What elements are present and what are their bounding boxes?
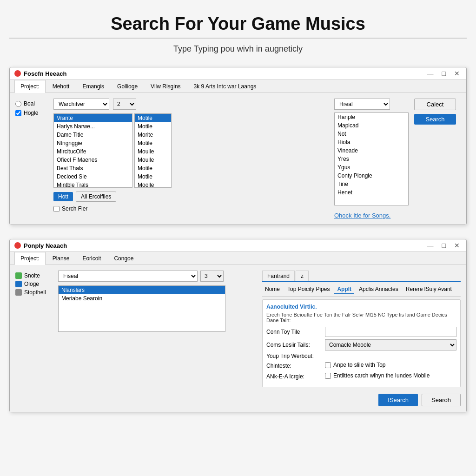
hot-button[interactable]: Hott bbox=[53, 192, 73, 201]
field2-select[interactable]: Comacle Mooole bbox=[325, 339, 456, 350]
tab-emangis[interactable]: Emangis bbox=[76, 80, 110, 93]
right-panel-content: Aanocluited Virtlic. Erech Tone Beioufte… bbox=[262, 299, 461, 387]
list-item[interactable]: Tine bbox=[335, 180, 408, 188]
radio-boal-input[interactable] bbox=[15, 101, 21, 107]
field1-input[interactable] bbox=[325, 327, 456, 337]
minimize-button[interactable]: — bbox=[425, 70, 436, 77]
check-hogle-label: Hogle bbox=[24, 110, 38, 116]
sub-tab-apclis[interactable]: Apclis Annactes bbox=[356, 285, 401, 294]
list-item[interactable]: Harlys Narwe... bbox=[54, 122, 132, 131]
list-item: Moolle bbox=[135, 181, 171, 188]
sub-tab-nome[interactable]: Nome bbox=[262, 285, 283, 294]
check2-input[interactable] bbox=[325, 373, 331, 379]
tab-arts[interactable]: 3k 9 Arts Intc war Laangs bbox=[188, 80, 263, 93]
list-item[interactable]: Hanple bbox=[335, 113, 408, 121]
window2: Ponply Neaach — □ ✕ Project: Planse Eorl… bbox=[9, 239, 467, 412]
sub-tab-poicity[interactable]: Top Poicity Pipes bbox=[284, 285, 332, 294]
page-subtitle: Type Typing pou wivh in augneticly bbox=[9, 44, 467, 54]
w2-close-button[interactable]: ✕ bbox=[452, 242, 462, 249]
close-button[interactable]: ✕ bbox=[452, 70, 462, 77]
window1-body: Boal Hogle Warchitver 2 bbox=[10, 93, 466, 225]
w2-listbox[interactable]: NlanslarsMeriabe Searoin bbox=[58, 285, 225, 332]
sidebar-stopthell: Stopthell bbox=[15, 289, 53, 296]
fiseal-dropdown[interactable]: Fiseal bbox=[58, 271, 198, 282]
list-item[interactable]: Nlanslars bbox=[59, 286, 225, 294]
warchitver-dropdown[interactable]: Warchitver bbox=[53, 99, 109, 110]
w2-tab-congoe[interactable]: Congoe bbox=[108, 252, 139, 264]
snoite-icon bbox=[15, 272, 22, 279]
tab-vilw[interactable]: Vilw Risgins bbox=[145, 80, 186, 93]
field2-label: Coms Lesiir Tails: bbox=[266, 342, 322, 348]
ankea-label: ANk-E-A Icrgle: bbox=[266, 373, 322, 380]
list-item[interactable]: Henet bbox=[335, 188, 408, 197]
w2-tab-eorlcoit[interactable]: Eorlcoit bbox=[76, 252, 107, 264]
list-item[interactable]: Vrante bbox=[54, 114, 132, 122]
num-select[interactable]: 2 bbox=[113, 99, 136, 110]
list-item[interactable]: MircitucOlfe bbox=[54, 147, 132, 156]
list-item[interactable]: Decloed Sle bbox=[54, 172, 132, 181]
search-filter-label: Serch Fier bbox=[62, 205, 87, 212]
w2-tab-planse[interactable]: Planse bbox=[46, 252, 76, 264]
w2-maximize-button[interactable]: □ bbox=[440, 242, 448, 249]
search2-button[interactable]: Searoh bbox=[422, 394, 461, 406]
sub-tab-rerere[interactable]: Rerere lSuiy Avant bbox=[403, 285, 455, 294]
tab-mehott[interactable]: Mehott bbox=[46, 80, 76, 93]
list-item[interactable]: Conty Plongle bbox=[335, 172, 408, 180]
search-filter-checkbox[interactable] bbox=[53, 206, 60, 212]
isearch-button[interactable]: ISearch bbox=[378, 394, 418, 406]
page-title: Search For Your Game Musics bbox=[9, 9, 467, 39]
list-item: Moulle bbox=[135, 156, 171, 164]
tab-project[interactable]: Project: bbox=[14, 80, 46, 93]
window1-right: Hreal HanpleMapicadNotHiolaVineadeYresYg… bbox=[334, 99, 409, 219]
w2-num-select[interactable]: 3 bbox=[200, 271, 224, 282]
w2-minimize-button[interactable]: — bbox=[425, 242, 436, 249]
list-item[interactable]: Not bbox=[335, 130, 408, 138]
window2-sidebar: Snoite Ologe Stopthell bbox=[15, 271, 53, 406]
tab-gollioge[interactable]: Gollioge bbox=[111, 80, 144, 93]
list-item[interactable]: Hiola bbox=[335, 138, 408, 146]
list-item[interactable]: Ofiecl F Maenes bbox=[54, 156, 132, 164]
window1-icon bbox=[14, 70, 21, 77]
sub-tab-z[interactable]: z bbox=[296, 271, 309, 281]
list-item[interactable]: Ygus bbox=[335, 163, 408, 172]
list-item: Motile bbox=[135, 164, 171, 172]
list-item[interactable]: Ntngnggie bbox=[54, 139, 132, 147]
sub-tab-applt[interactable]: Applt bbox=[334, 285, 354, 294]
list-item[interactable]: Mintble Trals bbox=[54, 181, 132, 188]
w2-tab-project[interactable]: Project: bbox=[14, 252, 46, 265]
window2-main: Fiseal 3 NlanslarsMeriabe Searoin bbox=[58, 271, 257, 406]
list-item[interactable]: Vineade bbox=[335, 146, 408, 155]
list-item[interactable]: Mapicad bbox=[335, 121, 408, 130]
search-button[interactable]: Search bbox=[414, 114, 456, 125]
names-listbox[interactable]: VranteHarlys Narwe...Dame TitleNtngnggie… bbox=[53, 113, 132, 188]
window1-actions: Calect Search bbox=[414, 99, 461, 219]
list-item: Motile bbox=[135, 139, 171, 147]
list-item[interactable]: Dame Title bbox=[54, 131, 132, 139]
check1-label: Anpe to slile with Top bbox=[333, 362, 386, 368]
window2-title: Ponply Neaach bbox=[24, 242, 67, 249]
window1-titlebar: Foscfn Heeach — □ ✕ bbox=[10, 67, 466, 80]
check1-input[interactable] bbox=[325, 362, 331, 368]
w2-subtabbar: Fantrand z bbox=[262, 271, 461, 282]
sidebar-snoite: Snoite bbox=[15, 272, 53, 279]
list-item[interactable]: Meriabe Searoin bbox=[59, 294, 225, 303]
right-listbox[interactable]: HanpleMapicadNotHiolaVineadeYresYgusCont… bbox=[334, 112, 409, 205]
chinteste-label: Chinteste: bbox=[266, 363, 322, 369]
check-songs-link[interactable]: Ohock Itle for Songs. bbox=[334, 212, 409, 219]
list-item: Moulle bbox=[135, 147, 171, 156]
types-listbox: MotileMotileMoriteMotileMoulleMoulleMoti… bbox=[134, 113, 172, 188]
cancel-button[interactable]: Calect bbox=[414, 99, 456, 110]
sub-tab-fantrand[interactable]: Fantrand bbox=[262, 271, 295, 281]
field3-label: Youp Trip Werbout: bbox=[266, 353, 322, 359]
maximize-button[interactable]: □ bbox=[440, 70, 448, 77]
list-item[interactable]: Yres bbox=[335, 155, 408, 163]
ologe-icon bbox=[15, 281, 22, 287]
window1-tabbar: Project: Mehott Emangis Gollioge Vilw Ri… bbox=[10, 80, 466, 93]
list-item: Motile bbox=[135, 114, 171, 122]
hreal-dropdown[interactable]: Hreal bbox=[334, 99, 390, 110]
list-item[interactable]: Best Thals bbox=[54, 164, 132, 172]
list-item: Motile bbox=[135, 122, 171, 131]
snoite-label: Snoite bbox=[24, 272, 40, 279]
all-button[interactable]: All Ercolflies bbox=[76, 192, 116, 202]
check-hogle-input[interactable] bbox=[15, 110, 21, 116]
